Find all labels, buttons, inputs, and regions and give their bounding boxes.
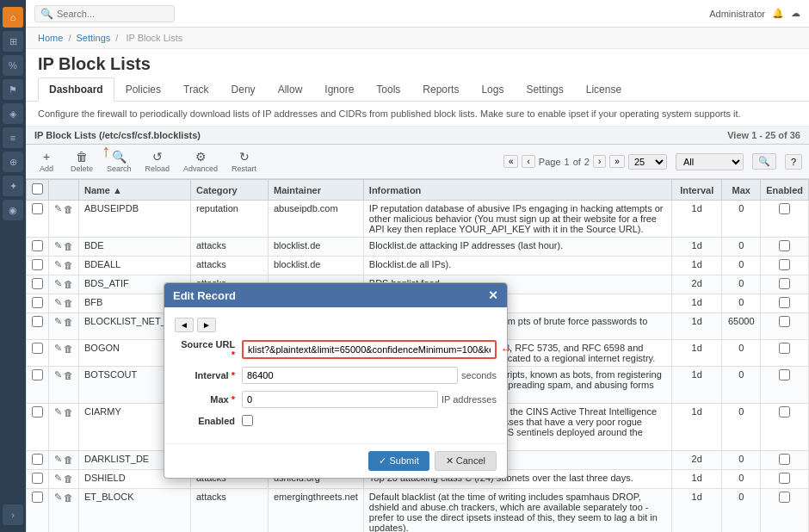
tab-license[interactable]: License	[575, 77, 633, 102]
add-button[interactable]: + Add	[33, 148, 60, 175]
modal-next-button[interactable]: ►	[197, 318, 216, 332]
main-content: 🔍 Administrator 🔔 ☁ Home / Settings / IP…	[26, 0, 809, 532]
sidebar-icon-expand[interactable]: ›	[3, 504, 23, 525]
max-input[interactable]	[242, 391, 438, 408]
edit-modal: Edit Record ✕ ◄ ►	[164, 282, 508, 479]
breadcrumb-home[interactable]: Home	[38, 33, 63, 43]
sidebar-icon-chart[interactable]: ≡	[3, 127, 23, 148]
max-unit: IP addresses	[442, 394, 497, 405]
per-page-select[interactable]: 25 50 100	[628, 154, 667, 170]
tab-ignore[interactable]: Ignore	[313, 77, 365, 102]
source-url-label: Source URL	[175, 339, 235, 360]
enabled-row: Enabled	[175, 415, 497, 426]
delete-icon: 🗑	[76, 150, 88, 164]
topbar-right: Administrator 🔔 ☁	[709, 8, 800, 19]
tab-settings[interactable]: Settings	[515, 77, 574, 102]
breadcrumb-settings[interactable]: Settings	[77, 33, 111, 43]
page-last-button[interactable]: »	[609, 155, 625, 168]
page-label: Page	[539, 157, 561, 167]
modal-close-button[interactable]: ✕	[488, 288, 498, 302]
submit-button[interactable]: ✓ Submit	[368, 451, 429, 471]
delete-button[interactable]: 🗑 Delete	[67, 148, 96, 175]
modal-footer: ✓ Submit ✕ Cancel	[164, 443, 507, 478]
max-row: Max IP addresses	[175, 391, 497, 408]
page-total: 2	[584, 157, 590, 167]
breadcrumb-sep1: /	[68, 33, 73, 43]
breadcrumb: Home / Settings / IP Block Lists	[26, 28, 809, 49]
block-lists-header: IP Block Lists (/etc/csf/csf.blocklists)…	[26, 127, 809, 145]
page-title: IP Block Lists	[26, 49, 809, 77]
breadcrumb-sep2: /	[115, 33, 120, 43]
modal-title: Edit Record	[173, 289, 236, 302]
page-current: 1	[565, 157, 570, 167]
tab-allow[interactable]: Allow	[267, 77, 314, 102]
tab-policies[interactable]: Policies	[114, 77, 172, 102]
description: Configure the firewall to periodically d…	[26, 102, 809, 127]
block-lists-header-left: IP Block Lists (/etc/csf/csf.blocklists)	[34, 130, 201, 140]
red-arrow-input: ←	[500, 342, 514, 357]
sidebar-icon-alert[interactable]: ◈	[3, 103, 23, 124]
add-label: Add	[40, 164, 53, 173]
nav-tabs: Dashboard Policies Track Deny Allow Igno…	[26, 77, 809, 102]
restart-label: Restart	[232, 164, 256, 173]
reload-button[interactable]: ↺ Reload	[142, 148, 174, 175]
enabled-checkbox[interactable]	[242, 415, 253, 426]
modal-nav-row: ◄ ►	[175, 318, 497, 332]
source-url-row: Source URL ←	[175, 339, 497, 360]
tab-track[interactable]: Track	[172, 77, 220, 102]
add-icon: +	[43, 150, 50, 164]
search-input[interactable]	[57, 9, 169, 19]
toolbar: + Add 🗑 Delete 🔍 Search ↺	[26, 145, 809, 179]
restart-button[interactable]: ↻ Restart	[228, 148, 260, 175]
tab-reports[interactable]: Reports	[411, 77, 470, 102]
sidebar-icon-search[interactable]: ◉	[3, 200, 23, 220]
interval-label: Interval	[175, 370, 235, 380]
advanced-label: Advanced	[183, 164, 218, 173]
user-label[interactable]: Administrator	[709, 9, 765, 19]
cloud-icon[interactable]: ☁	[791, 8, 800, 19]
interval-unit: seconds	[461, 370, 497, 380]
advanced-button[interactable]: ⚙ Advanced	[180, 148, 221, 175]
bell-icon[interactable]: 🔔	[772, 8, 784, 19]
sidebar-icon-home[interactable]: ⌂	[3, 7, 23, 28]
red-arrow-toolbar: ↑	[102, 141, 110, 161]
sidebar-icon-firewall[interactable]: ⊕	[3, 152, 23, 172]
page-prev-button[interactable]: ‹	[522, 155, 534, 168]
search-icon: 🔍	[40, 8, 53, 20]
sidebar-icon-settings[interactable]: ✦	[3, 176, 23, 196]
tab-logs[interactable]: Logs	[470, 77, 515, 102]
tab-deny[interactable]: Deny	[220, 77, 267, 102]
filter-search-button[interactable]: 🔍	[752, 153, 776, 170]
page-next-button[interactable]: ›	[593, 155, 606, 168]
modal-body: ◄ ► Source URL ←	[164, 307, 507, 443]
breadcrumb-current: IP Block Lists	[126, 33, 182, 43]
tab-tools[interactable]: Tools	[365, 77, 411, 102]
interval-row: Interval seconds	[175, 367, 497, 384]
reload-icon: ↺	[152, 150, 163, 164]
sidebar-icon-tools[interactable]: ⚑	[3, 79, 23, 100]
search-label: Search	[107, 164, 132, 173]
max-label: Max	[175, 394, 235, 405]
reload-label: Reload	[145, 164, 170, 173]
interval-input[interactable]	[242, 367, 458, 384]
filter-help-button[interactable]: ?	[785, 154, 802, 170]
category-filter[interactable]: All attacks reputation malware	[676, 153, 744, 170]
view-info: View 1 - 25 of 36	[727, 130, 800, 140]
block-lists-label: IP Block Lists (/etc/csf/csf.blocklists)	[34, 130, 201, 140]
interval-input-group: seconds	[242, 367, 497, 384]
sidebar-icon-network[interactable]: ⊞	[3, 31, 23, 52]
page-area: Home / Settings / IP Block Lists IP Bloc…	[26, 28, 809, 532]
source-url-input[interactable]	[242, 340, 497, 359]
search-tool-icon: 🔍	[112, 150, 127, 164]
advanced-icon: ⚙	[195, 150, 207, 164]
search-box[interactable]: 🔍	[34, 5, 175, 22]
page-first-button[interactable]: «	[503, 155, 519, 168]
modal-prev-button[interactable]: ◄	[175, 318, 194, 332]
cancel-button[interactable]: ✕ Cancel	[435, 451, 497, 471]
table-wrapper: Name ▲ Category Maintainer Information I…	[26, 179, 809, 532]
modal-header: Edit Record ✕	[164, 283, 507, 307]
sidebar-icon-shield[interactable]: %	[3, 55, 23, 76]
sidebar: ⌂ ⊞ % ⚑ ◈ ≡ ⊕ ✦ ◉ ›	[0, 0, 26, 532]
tab-dashboard[interactable]: Dashboard	[38, 77, 114, 102]
page-of: of	[573, 157, 581, 167]
